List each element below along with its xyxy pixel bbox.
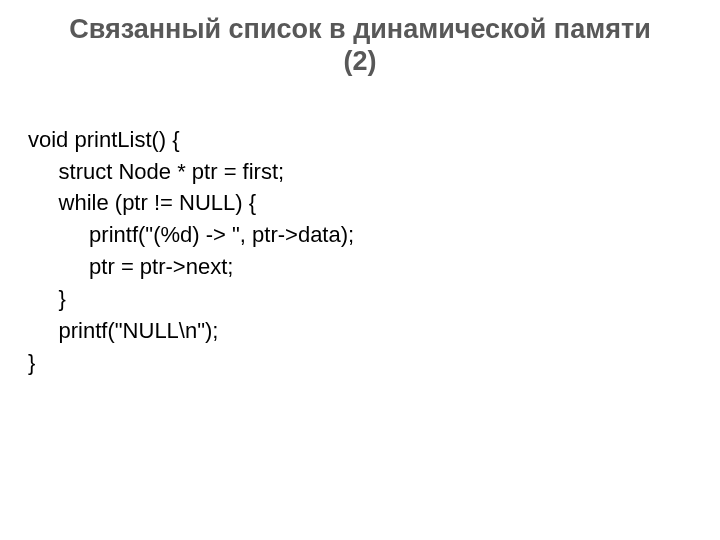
- code-line: ptr = ptr->next;: [28, 254, 233, 279]
- code-line: while (ptr != NULL) {: [28, 190, 256, 215]
- code-line: }: [28, 350, 35, 375]
- code-line: printf("NULL\n");: [28, 318, 218, 343]
- code-line: }: [28, 286, 66, 311]
- code-line: void printList() {: [28, 127, 180, 152]
- slide-title: Связанный список в динамической памяти (…: [28, 14, 692, 78]
- title-line-1: Связанный список в динамической памяти: [69, 14, 651, 44]
- code-line: struct Node * ptr = first;: [28, 159, 284, 184]
- slide: Связанный список в динамической памяти (…: [0, 0, 720, 540]
- title-line-2: (2): [344, 46, 377, 76]
- code-block: void printList() { struct Node * ptr = f…: [28, 92, 692, 411]
- code-line: printf("(%d) -> ", ptr->data);: [28, 222, 354, 247]
